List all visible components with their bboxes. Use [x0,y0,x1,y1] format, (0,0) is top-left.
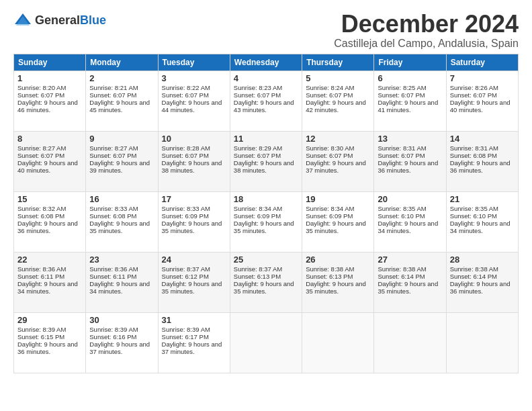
logo-text-general: General [35,13,80,27]
sunset-text: Sunset: 6:16 PM [89,333,136,340]
daylight-text: Daylight: 9 hours and 34 minutes. [89,280,150,295]
day-number: 19 [306,194,370,204]
sunrise-text: Sunrise: 8:33 AM [162,205,210,212]
sunset-text: Sunset: 6:13 PM [306,273,353,280]
sunset-text: Sunset: 6:07 PM [89,91,136,99]
daylight-text: Daylight: 9 hours and 38 minutes. [162,159,222,174]
day-number: 5 [306,73,370,83]
column-header-tuesday: Tuesday [158,54,230,71]
day-number: 18 [234,194,298,204]
sunrise-text: Sunrise: 8:38 AM [306,265,354,273]
daylight-text: Daylight: 9 hours and 35 minutes. [162,220,222,234]
sunrise-text: Sunrise: 8:37 AM [162,265,210,273]
calendar-week-2: 8Sunrise: 8:27 AMSunset: 6:07 PMDaylight… [14,131,519,191]
sunset-text: Sunset: 6:07 PM [306,152,353,159]
day-number: 2 [89,73,154,83]
calendar-cell: 16Sunrise: 8:33 AMSunset: 6:08 PMDayligh… [86,191,158,252]
day-number: 21 [450,194,515,204]
sunrise-text: Sunrise: 8:35 AM [450,205,498,212]
sunrise-text: Sunrise: 8:30 AM [306,144,354,152]
sunrise-text: Sunrise: 8:22 AM [162,84,210,91]
daylight-text: Daylight: 9 hours and 43 minutes. [234,99,294,113]
calendar-cell: 8Sunrise: 8:27 AMSunset: 6:07 PMDaylight… [14,131,86,191]
sunrise-text: Sunrise: 8:27 AM [17,144,66,152]
calendar-cell: 19Sunrise: 8:34 AMSunset: 6:09 PMDayligh… [302,191,374,252]
calendar-week-5: 29Sunrise: 8:39 AMSunset: 6:15 PMDayligh… [14,312,519,373]
sunrise-text: Sunrise: 8:31 AM [378,144,426,152]
calendar-cell: 29Sunrise: 8:39 AMSunset: 6:15 PMDayligh… [14,312,86,373]
day-number: 10 [162,134,226,144]
day-number: 8 [17,134,82,144]
calendar-cell: 2Sunrise: 8:21 AMSunset: 6:07 PMDaylight… [86,71,158,131]
day-number: 22 [17,255,82,265]
daylight-text: Daylight: 9 hours and 34 minutes. [378,220,438,234]
sunset-text: Sunset: 6:07 PM [234,152,281,159]
sunrise-text: Sunrise: 8:20 AM [17,84,66,91]
daylight-text: Daylight: 9 hours and 34 minutes. [17,280,78,295]
day-number: 28 [450,255,515,265]
day-number: 12 [306,134,370,144]
day-number: 25 [234,255,298,265]
sunset-text: Sunset: 6:09 PM [306,212,353,220]
calendar-cell: 20Sunrise: 8:35 AMSunset: 6:10 PMDayligh… [374,191,446,252]
column-header-thursday: Thursday [302,54,374,71]
day-number: 13 [378,134,442,144]
sunset-text: Sunset: 6:09 PM [234,212,281,220]
calendar-cell: 12Sunrise: 8:30 AMSunset: 6:07 PMDayligh… [302,131,374,191]
calendar-cell: 3Sunrise: 8:22 AMSunset: 6:07 PMDaylight… [158,71,230,131]
day-number: 31 [162,315,226,325]
sunrise-text: Sunrise: 8:39 AM [162,326,210,333]
sunset-text: Sunset: 6:15 PM [17,333,64,340]
calendar-cell: 4Sunrise: 8:23 AMSunset: 6:07 PMDaylight… [230,71,302,131]
calendar-cell: 1Sunrise: 8:20 AMSunset: 6:07 PMDaylight… [14,71,86,131]
sunset-text: Sunset: 6:13 PM [234,273,281,280]
calendar-cell: 10Sunrise: 8:28 AMSunset: 6:07 PMDayligh… [158,131,230,191]
calendar-cell: 15Sunrise: 8:32 AMSunset: 6:08 PMDayligh… [14,191,86,252]
sunset-text: Sunset: 6:07 PM [234,91,281,99]
sunrise-text: Sunrise: 8:29 AM [234,144,282,152]
sunrise-text: Sunrise: 8:23 AM [234,84,282,91]
logo-icon [13,11,32,30]
sunset-text: Sunset: 6:07 PM [450,91,497,99]
day-number: 30 [89,315,154,325]
sunrise-text: Sunrise: 8:28 AM [162,144,210,152]
day-number: 11 [234,134,298,144]
sunset-text: Sunset: 6:07 PM [17,152,64,159]
calendar-cell [446,312,518,373]
daylight-text: Daylight: 9 hours and 40 minutes. [450,99,511,113]
calendar-cell: 21Sunrise: 8:35 AMSunset: 6:10 PMDayligh… [446,191,518,252]
sunset-text: Sunset: 6:07 PM [89,152,136,159]
daylight-text: Daylight: 9 hours and 35 minutes. [234,220,294,234]
day-number: 26 [306,255,370,265]
sunrise-text: Sunrise: 8:36 AM [17,265,66,273]
calendar-cell: 25Sunrise: 8:37 AMSunset: 6:13 PMDayligh… [230,252,302,312]
calendar-cell: 6Sunrise: 8:25 AMSunset: 6:07 PMDaylight… [374,71,446,131]
sunset-text: Sunset: 6:07 PM [162,152,209,159]
calendar-cell: 22Sunrise: 8:36 AMSunset: 6:11 PMDayligh… [14,252,86,312]
daylight-text: Daylight: 9 hours and 42 minutes. [306,99,366,113]
calendar-cell [374,312,446,373]
calendar-table: SundayMondayTuesdayWednesdayThursdayFrid… [13,54,519,373]
daylight-text: Daylight: 9 hours and 35 minutes. [306,280,366,295]
daylight-text: Daylight: 9 hours and 41 minutes. [378,99,438,113]
daylight-text: Daylight: 9 hours and 35 minutes. [234,280,294,295]
day-number: 4 [234,73,298,83]
calendar-cell [302,312,374,373]
header: GeneralBlue December 2024 Castilleja del… [13,11,519,50]
sunset-text: Sunset: 6:14 PM [378,273,425,280]
sunset-text: Sunset: 6:07 PM [378,152,425,159]
calendar-cell: 7Sunrise: 8:26 AMSunset: 6:07 PMDaylight… [446,71,518,131]
column-header-sunday: Sunday [14,54,86,71]
sunset-text: Sunset: 6:14 PM [450,273,497,280]
sunset-text: Sunset: 6:09 PM [162,212,209,220]
day-number: 27 [378,255,442,265]
month-title: December 2024 [334,11,519,38]
daylight-text: Daylight: 9 hours and 35 minutes. [162,280,222,295]
sunset-text: Sunset: 6:10 PM [450,212,497,220]
sunset-text: Sunset: 6:11 PM [89,273,136,280]
day-number: 9 [89,134,154,144]
sunrise-text: Sunrise: 8:21 AM [89,84,138,91]
sunrise-text: Sunrise: 8:31 AM [450,144,498,152]
calendar-week-3: 15Sunrise: 8:32 AMSunset: 6:08 PMDayligh… [14,191,519,252]
calendar-cell: 13Sunrise: 8:31 AMSunset: 6:07 PMDayligh… [374,131,446,191]
